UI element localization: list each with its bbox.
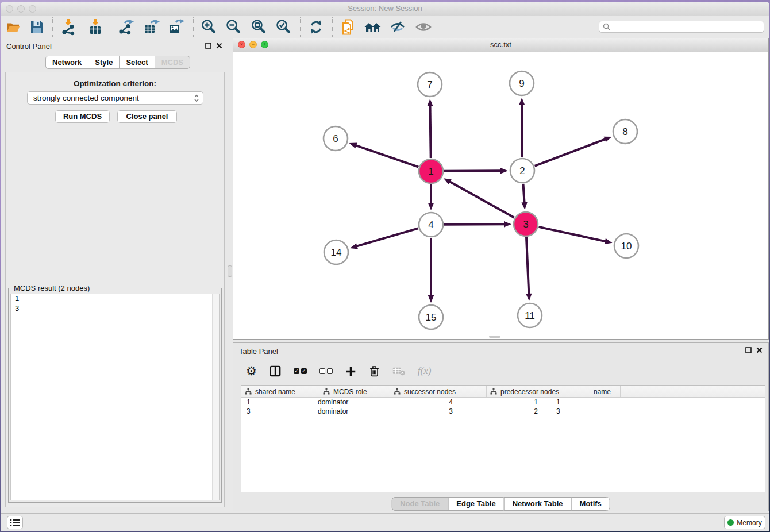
table-cell[interactable]: 1	[465, 398, 550, 406]
task-history-button[interactable]	[7, 516, 23, 529]
table-cell[interactable]: 3	[241, 407, 314, 415]
tab-network-table[interactable]: Network Table	[504, 497, 572, 511]
edge-2-3[interactable]	[523, 184, 524, 203]
close-panel-icon[interactable]	[756, 347, 763, 353]
tab-motifs[interactable]: Motifs	[571, 497, 610, 511]
network-graph[interactable]: 1234678910111415	[233, 52, 768, 339]
edge-arrowhead	[521, 202, 527, 210]
tab-network[interactable]: Network	[45, 56, 88, 69]
zoom-out-button[interactable]	[225, 18, 242, 36]
table-panel-window-controls	[745, 347, 763, 353]
result-scrollbar-track[interactable]	[212, 294, 219, 500]
mcds-result-item[interactable]: 1	[11, 294, 219, 304]
hide-selected-button[interactable]	[389, 18, 406, 36]
graph-node-label: 3	[523, 219, 528, 230]
table-row[interactable]: 1dominator411	[241, 398, 765, 407]
export-network-icon	[117, 18, 134, 36]
tab-select[interactable]: Select	[119, 56, 155, 69]
tab-style[interactable]: Style	[88, 56, 120, 69]
refresh-icon	[307, 18, 325, 36]
search-input[interactable]	[613, 22, 760, 32]
memory-button[interactable]: Memory	[724, 516, 765, 529]
home-view-button[interactable]	[364, 18, 382, 36]
column-header-successor-nodes[interactable]: successor nodes	[390, 386, 487, 397]
edge-1-6[interactable]	[355, 145, 418, 167]
zoom-in-button[interactable]	[200, 18, 217, 36]
tab-mcds[interactable]: MCDS	[155, 56, 190, 69]
clone-network-icon	[340, 18, 357, 36]
zoom-selected-button[interactable]	[275, 18, 292, 36]
table-cell[interactable]: 3	[382, 407, 465, 415]
eye-icon	[415, 18, 432, 36]
column-header-shared-name[interactable]: shared name	[241, 386, 319, 397]
edge-4-3[interactable]	[444, 224, 505, 225]
table-delete-icon	[392, 367, 405, 376]
control-panel-tabs: NetworkStyleSelectMCDS	[45, 56, 190, 69]
float-panel-icon[interactable]	[745, 347, 752, 353]
control-panel-title: Control Panel	[6, 42, 52, 51]
edge-1-7[interactable]	[430, 105, 430, 158]
tab-edge-table[interactable]: Edge Table	[448, 497, 504, 511]
refresh-button[interactable]	[307, 18, 325, 36]
table-cell[interactable]: 1	[241, 398, 314, 406]
edge-2-8[interactable]	[535, 139, 606, 166]
column-header-mcds-role[interactable]: MCDS role	[319, 386, 390, 397]
save-floppy-icon	[28, 18, 45, 36]
application-window: Session: New Session	[1, 2, 769, 531]
houses-icon	[364, 18, 382, 36]
network-hscroll-thumb[interactable]	[489, 336, 500, 338]
panel-divider-grip[interactable]	[228, 265, 232, 277]
edge-arrowhead	[605, 238, 613, 244]
tab-node-table[interactable]: Node Table	[391, 497, 448, 511]
zoom-selected-icon	[275, 18, 292, 36]
table-cell[interactable]: 2	[465, 407, 550, 415]
checked-box-icon: ✓	[301, 368, 307, 374]
table-cell[interactable]: dominator	[314, 407, 382, 415]
close-panel-button[interactable]: Close panel	[117, 110, 177, 123]
edge-2-9[interactable]	[522, 104, 522, 157]
export-network-button[interactable]	[117, 18, 134, 36]
optimization-criterion-select[interactable]: strongly connected component	[27, 91, 203, 105]
create-column-button[interactable]	[345, 366, 356, 377]
table-cell[interactable]: 4	[382, 398, 465, 406]
edge-3-10[interactable]	[538, 227, 606, 241]
export-table-button[interactable]	[143, 18, 160, 36]
network-window-titlebar[interactable]: × − + scc.txt	[233, 38, 768, 52]
search-icon	[603, 23, 610, 30]
edge-arrowhead	[500, 168, 508, 174]
export-image-button[interactable]	[167, 18, 184, 36]
eye-slash-icon	[389, 18, 406, 36]
import-table-button[interactable]	[87, 18, 104, 36]
edge-1-2[interactable]	[444, 171, 502, 171]
unselect-all-columns-button[interactable]	[319, 368, 333, 374]
edge-3-11[interactable]	[526, 237, 529, 295]
search-box[interactable]	[599, 21, 764, 33]
show-hidden-button[interactable]	[415, 18, 432, 36]
show-columns-button[interactable]	[270, 365, 281, 377]
mcds-result-list[interactable]: 13	[10, 294, 220, 500]
edge-4-14[interactable]	[356, 228, 418, 246]
run-mcds-button[interactable]: Run MCDS	[55, 110, 110, 123]
table-cell[interactable]: 3	[550, 407, 581, 415]
delete-column-button[interactable]	[369, 365, 380, 377]
clone-network-button[interactable]	[340, 18, 357, 36]
table-row[interactable]: 3dominator323	[241, 407, 765, 416]
column-header-predecessor-nodes[interactable]: predecessor nodes	[487, 386, 584, 397]
column-header-name[interactable]: name	[584, 386, 621, 397]
network-canvas[interactable]: 1234678910111415	[233, 52, 768, 339]
import-network-button[interactable]	[60, 18, 77, 36]
float-panel-icon[interactable]	[205, 43, 211, 49]
zoom-fit-button[interactable]	[250, 18, 267, 36]
save-session-button[interactable]	[28, 18, 45, 36]
close-panel-icon[interactable]	[216, 43, 222, 49]
edge-arrowhead	[427, 99, 433, 106]
node-table[interactable]: shared nameMCDS rolesuccessor nodesprede…	[241, 385, 765, 492]
select-all-columns-button[interactable]: ✓ ✓	[294, 368, 307, 374]
open-session-button[interactable]	[5, 18, 22, 36]
edge-3-1[interactable]	[449, 182, 514, 218]
table-cell[interactable]: 1	[550, 398, 581, 406]
graph-node-label: 11	[525, 310, 535, 321]
mcds-result-item[interactable]: 3	[11, 304, 219, 314]
table-cell[interactable]: dominator	[314, 398, 382, 406]
table-settings-button[interactable]: ⚙	[246, 364, 257, 378]
